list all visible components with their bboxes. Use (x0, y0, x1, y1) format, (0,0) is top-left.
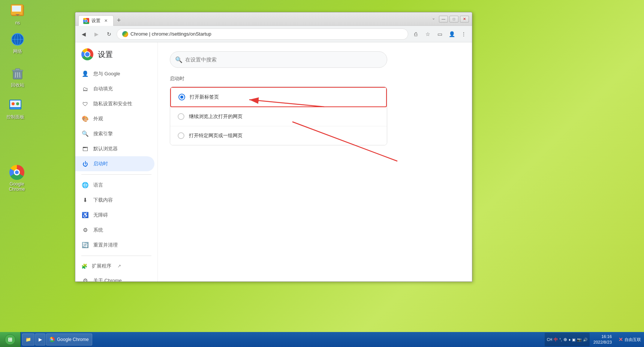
sidebar-label-system: 系统 (93, 227, 103, 233)
system-icon: ⚙ (81, 226, 89, 234)
sidebar-item-search-engine[interactable]: 🔍 搜索引擎 (75, 126, 154, 141)
reading-mode-icon[interactable]: ▭ (434, 29, 445, 39)
refresh-button[interactable]: ↻ (104, 29, 114, 39)
settings-logo: 设置 (75, 48, 157, 66)
profile-icon[interactable]: 👤 (446, 29, 457, 39)
sidebar-item-extensions[interactable]: 🧩 扩展程序 ↗ (75, 259, 154, 273)
sidebar-item-system[interactable]: ⚙ 系统 (75, 223, 154, 238)
radio-new-tab (178, 94, 185, 100)
desktop-icon-control-panel[interactable]: 控制面板 (2, 97, 28, 120)
title-bar: 设置 ✕ + ⌄ — □ ✕ (75, 12, 472, 26)
sidebar-label-appearance: 外观 (93, 115, 103, 122)
svg-rect-20 (10, 108, 21, 109)
branding: ✕ 自由互联 (616, 337, 644, 343)
brand-x-icon: ✕ (619, 337, 623, 343)
sidebar-item-appearance[interactable]: 🎨 外观 (75, 111, 154, 126)
start-button[interactable]: ⊞ (0, 332, 21, 347)
svg-text:⊞: ⊞ (8, 337, 12, 343)
network-label: 网络 (13, 48, 22, 55)
chrome-label: Google Chrome (9, 181, 25, 192)
taskbar-chrome-icon (49, 337, 55, 342)
search-icon: 🔍 (175, 56, 183, 63)
address-input-bar[interactable]: Chrome | chrome://settings/onStartup (117, 28, 408, 40)
svg-rect-3 (12, 6, 21, 11)
menu-icon[interactable]: ⋮ (458, 29, 469, 39)
sidebar-item-accessibility[interactable]: ♿ 无障碍 (75, 208, 154, 223)
network-icon (10, 32, 25, 47)
search-engine-icon: 🔍 (81, 130, 89, 138)
clock-time: 16:16 (593, 334, 612, 340)
minimize-button[interactable]: — (439, 16, 448, 22)
control-panel-icon (8, 97, 23, 112)
start-logo: ⊞ (4, 334, 16, 345)
forward-button[interactable]: ▶ (91, 29, 102, 39)
startup-option-continue[interactable]: 继续浏览上次打开的网页 (170, 107, 387, 126)
desktop-icon-ns[interactable]: ns (4, 4, 31, 25)
sidebar-label-default-browser: 默认浏览器 (93, 145, 118, 152)
desktop-icon-chrome[interactable]: Google Chrome (4, 165, 30, 192)
desktop-icon-network[interactable]: 网络 (4, 32, 31, 55)
taskbar-chrome-label: Google Chrome (57, 337, 89, 342)
taskbar-media-player[interactable]: ▶ (35, 334, 45, 346)
you-and-google-icon: 👤 (81, 70, 89, 78)
systray-more[interactable]: °, (559, 338, 562, 342)
tab-close-button[interactable]: ✕ (103, 18, 109, 24)
browser-window: 设置 ✕ + ⌄ — □ ✕ ◀ ▶ ↻ Chrome | chrome (75, 12, 472, 282)
startup-option-new-tab[interactable]: 打开新标签页 (170, 87, 387, 107)
brand-label: 自由互联 (625, 337, 641, 343)
systray-volume[interactable]: 🔊 (583, 338, 587, 342)
address-bar: ◀ ▶ ↻ Chrome | chrome://settings/onStart… (75, 26, 472, 42)
share-icon[interactable]: ⎙ (410, 29, 421, 39)
recycle-bin-label: 回收站 (11, 82, 24, 88)
sidebar-divider-2 (81, 256, 151, 256)
sidebar-item-reset[interactable]: 🔄 重置并清理 (75, 238, 154, 253)
svg-line-15 (19, 72, 20, 78)
sidebar-item-default-browser[interactable]: 🗔 默认浏览器 (75, 141, 154, 156)
systray-input: 中 (554, 337, 558, 343)
external-link-icon: ↗ (117, 263, 121, 269)
taskbar-clock[interactable]: 16:16 2022/8/23 (590, 334, 616, 346)
sidebar-label-downloads: 下载内容 (93, 197, 113, 203)
sidebar-item-downloads[interactable]: ⬇ 下载内容 (75, 193, 154, 208)
window-controls: ⌄ — □ ✕ (430, 16, 469, 22)
autofill-icon: 🗂 (81, 85, 89, 93)
new-tab-button[interactable]: + (114, 15, 124, 25)
recycle-bin-icon (10, 66, 25, 81)
desktop-icon-recycle[interactable]: 回收站 (4, 66, 31, 88)
taskbar-file-explorer[interactable]: 📁 (22, 334, 34, 346)
sidebar-label-languages: 语言 (93, 182, 103, 188)
clock-date: 2022/8/23 (593, 340, 612, 345)
sidebar-item-about[interactable]: ⚙ 关于 Chrome (75, 273, 154, 281)
tab-favicon (83, 18, 89, 24)
downloads-icon: ⬇ (81, 196, 89, 204)
sidebar-item-languages[interactable]: 🌐 语言 (75, 178, 154, 193)
systray-icon4: 📷 (577, 338, 581, 342)
bookmark-icon[interactable]: ☆ (422, 29, 433, 39)
search-input[interactable] (170, 51, 387, 68)
taskbar-chrome-item[interactable]: Google Chrome (46, 334, 92, 346)
systray-icon3: ▣ (572, 338, 575, 342)
close-button[interactable]: ✕ (460, 16, 469, 22)
chrome-desktop-icon (9, 165, 24, 180)
expand-tabs-button[interactable]: ⌄ (430, 16, 437, 22)
radio-continue (178, 113, 184, 120)
settings-page-title: 设置 (98, 49, 113, 60)
sidebar-item-autofill[interactable]: 🗂 自动填充 (75, 81, 154, 96)
sidebar-label-privacy: 隐私设置和安全性 (93, 100, 132, 107)
maximize-button[interactable]: □ (449, 16, 458, 22)
tab-title: 设置 (91, 18, 100, 24)
back-button[interactable]: ◀ (78, 29, 89, 39)
active-tab[interactable]: 设置 ✕ (78, 15, 114, 26)
radio-specific (178, 132, 184, 139)
file-explorer-icon: 📁 (25, 337, 31, 342)
sidebar-item-privacy[interactable]: 🛡 隐私设置和安全性 (75, 96, 154, 111)
sidebar-item-you-and-google[interactable]: 👤 您与 Google (75, 66, 154, 81)
option-new-tab-label: 打开新标签页 (190, 94, 219, 100)
sidebar-label-you-and-google: 您与 Google (93, 70, 120, 77)
accessibility-icon: ♿ (81, 211, 89, 219)
sidebar-label-accessibility: 无障碍 (93, 212, 108, 218)
sidebar-item-startup[interactable]: ⏻ 启动时 (75, 156, 154, 171)
systray-icon1: ⊕ (563, 337, 567, 342)
svg-rect-12 (15, 69, 20, 70)
startup-option-specific[interactable]: 打开特定网页或一组网页 (170, 126, 387, 145)
